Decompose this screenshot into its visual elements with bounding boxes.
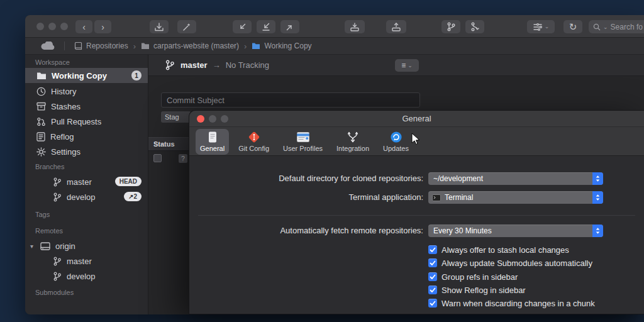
push-button[interactable]	[280, 20, 299, 33]
tab-general[interactable]: General	[196, 129, 229, 155]
head-badge: HEAD	[115, 177, 142, 186]
back-button[interactable]: ‹	[75, 20, 92, 33]
zoom-window-button[interactable]	[60, 23, 68, 30]
sidebar-item-branch-develop[interactable]: develop ↗2	[25, 189, 148, 204]
terminal-application-select[interactable]: Terminal	[428, 191, 603, 204]
commit-subject-field	[161, 92, 420, 108]
sidebar-item-settings[interactable]: Settings	[25, 144, 148, 159]
tab-updates[interactable]: Updates	[379, 129, 413, 155]
unstash-button[interactable]	[386, 20, 406, 33]
integration-merge-icon	[347, 131, 359, 143]
back-icon: ‹	[82, 23, 86, 31]
auto-fetch-select[interactable]: Every 30 Minutes	[428, 225, 603, 237]
git-flow-button[interactable]: ⌄	[527, 20, 555, 33]
sidebar-item-reflog[interactable]: Reflog	[25, 129, 148, 144]
branch-icon	[53, 272, 62, 281]
breadcrumb-divider	[64, 42, 65, 50]
branch-icon	[447, 22, 456, 31]
sidebar-section-workspace: Workspace	[35, 58, 70, 66]
unstash-icon	[391, 22, 401, 32]
forward-button[interactable]: ›	[94, 20, 111, 33]
sidebar-item-stashes[interactable]: Stashes	[25, 99, 148, 114]
git-flow-icon	[533, 22, 543, 32]
sidebar-item-remote-origin[interactable]: ▾ origin	[25, 238, 148, 253]
commit-button[interactable]	[150, 20, 169, 33]
sidebar-section-branches: Branches	[35, 163, 64, 170]
dialog-title: General	[189, 111, 644, 127]
wand-icon	[182, 22, 192, 32]
close-window-button[interactable]	[36, 23, 44, 30]
git-diamond-icon	[248, 131, 260, 143]
folder-icon	[36, 72, 47, 80]
refresh-button[interactable]: ↻	[564, 20, 582, 33]
discard-button[interactable]	[177, 20, 196, 33]
remote-server-icon	[40, 242, 50, 250]
breadcrumb-separator-icon: ›	[133, 42, 136, 51]
branch-icon	[53, 257, 62, 266]
checkbox-checked[interactable]	[428, 286, 437, 294]
auto-fetch-label: Automatically fetch remote repositories:	[189, 225, 423, 237]
sidebar-item-branch-master[interactable]: master HEAD	[25, 174, 148, 189]
checkbox-checked[interactable]	[428, 258, 437, 267]
stepper-arrows-icon	[592, 191, 603, 204]
preferences-general-pane: Default directory for cloned repositorie…	[189, 156, 644, 314]
view-options-button[interactable]: ≡ ⌄	[395, 59, 419, 72]
toolbar: ‹ ›	[25, 15, 644, 38]
mouse-cursor	[411, 133, 421, 146]
stage-button[interactable]: Stag	[161, 111, 191, 123]
tab-integration[interactable]: Integration	[332, 129, 374, 155]
checkbox-row-update-submodules: Always update Submodules automatically	[428, 258, 592, 268]
disclosure-triangle-icon[interactable]: ▾	[30, 243, 33, 250]
checkbox-checked[interactable]	[428, 299, 437, 308]
profiles-window-icon	[296, 131, 310, 143]
commit-subject-input[interactable]	[162, 96, 419, 105]
tab-git-config[interactable]: Git Config	[234, 129, 274, 155]
merge-icon	[470, 22, 480, 31]
tab-user-profiles[interactable]: User Profiles	[279, 129, 327, 155]
stash-icon	[350, 22, 360, 32]
checkbox-checked[interactable]	[428, 245, 437, 254]
sidebar-item-remote-master[interactable]: master	[25, 253, 148, 269]
branch-button[interactable]	[441, 20, 460, 33]
current-branch-label: master	[180, 60, 208, 70]
search-field[interactable]: ⌄	[589, 20, 644, 33]
checkbox-checked[interactable]	[428, 272, 437, 281]
breadcrumb-separator-icon: ›	[244, 42, 247, 51]
dialog-titlebar: General	[189, 111, 644, 127]
pull-arrow-icon	[237, 22, 247, 32]
breadcrumb-repo[interactable]: carparts-website (master)	[141, 42, 239, 50]
search-input[interactable]	[611, 23, 644, 31]
merge-button[interactable]	[465, 20, 484, 33]
sidebar-item-working-copy[interactable]: Working Copy 1	[25, 68, 148, 83]
sidebar-section-remotes: Remotes	[35, 227, 63, 235]
sidebar-item-pull-requests[interactable]: Pull Requests	[25, 114, 148, 129]
pull-request-icon	[36, 117, 46, 126]
commit-icon	[154, 22, 164, 32]
breadcrumb-working-copy[interactable]: Working Copy	[252, 42, 311, 50]
tracking-label: No Tracking	[226, 60, 269, 70]
search-icon	[593, 23, 601, 31]
pull-button[interactable]	[233, 20, 252, 33]
branch-icon	[165, 60, 175, 70]
clone-directory-select[interactable]: ~/development	[428, 172, 603, 185]
sidebar-item-history[interactable]: History	[25, 84, 148, 99]
branch-icon	[53, 192, 62, 202]
cloud-icon[interactable]	[40, 42, 55, 50]
fetch-arrow-icon	[261, 22, 271, 32]
stepper-arrows-icon	[592, 225, 603, 237]
clock-icon	[36, 87, 46, 96]
minimize-window-button[interactable]	[48, 23, 56, 30]
terminal-app-icon	[432, 194, 441, 201]
stash-button[interactable]	[345, 20, 365, 33]
chevron-down-icon: ⌄	[408, 62, 413, 69]
breadcrumb-repositories[interactable]: Repositories	[74, 42, 128, 50]
file-checkbox[interactable]	[153, 154, 162, 162]
stash-box-icon	[36, 102, 46, 111]
file-status-badge: ?	[179, 154, 187, 163]
sidebar-item-remote-develop[interactable]: develop	[25, 269, 148, 284]
checkbox-row-group-refs: Group refs in sidebar	[428, 272, 518, 282]
fetch-button[interactable]	[257, 20, 275, 33]
tracking-arrow: →	[213, 60, 221, 70]
gear-icon	[36, 147, 46, 157]
chevron-down-icon: ⌄	[545, 24, 550, 30]
